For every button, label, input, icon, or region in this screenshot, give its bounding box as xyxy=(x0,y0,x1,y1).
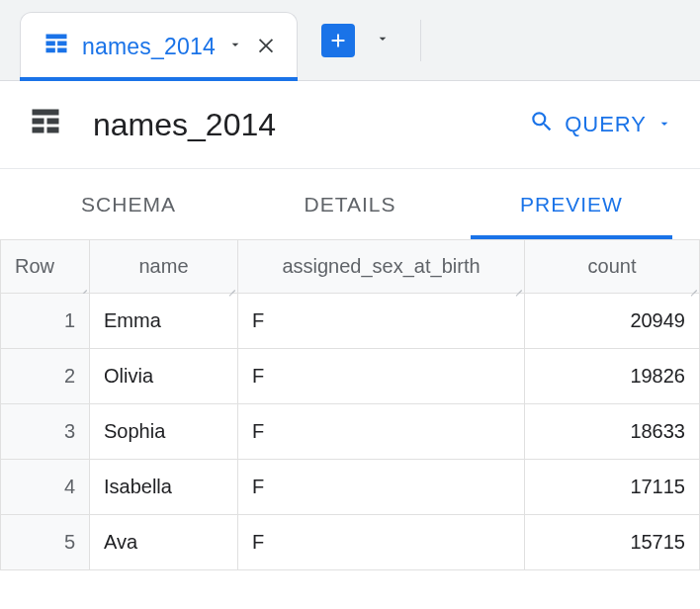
editor-tab-label: names_2014 xyxy=(82,34,216,60)
col-header-name-label: name xyxy=(138,255,188,277)
tab-details[interactable]: DETAILS xyxy=(239,169,461,239)
cell-name: Ava xyxy=(90,515,238,570)
resize-handle[interactable] xyxy=(227,283,235,291)
table-icon xyxy=(28,105,63,144)
cell-assigned-sex: F xyxy=(238,460,525,515)
page-title: names_2014 xyxy=(93,107,499,143)
table-row: 3 Sophia F 18633 xyxy=(1,404,700,460)
tabstrip-actions xyxy=(298,0,421,80)
table-header: names_2014 QUERY xyxy=(0,81,700,168)
table-header-row: Row name assigned_sex_at_birth count xyxy=(1,240,700,294)
table-row: 4 Isabella F 17115 xyxy=(1,460,700,515)
cell-assigned-sex: F xyxy=(238,515,525,570)
cell-name: Emma xyxy=(90,294,238,349)
new-tab-menu-arrow-icon[interactable] xyxy=(375,31,391,50)
cell-assigned-sex: F xyxy=(238,404,525,460)
query-button-label: QUERY xyxy=(565,112,647,137)
tab-active-indicator xyxy=(20,77,298,81)
new-tab-button[interactable] xyxy=(321,24,355,57)
preview-table: Row name assigned_sex_at_birth count 1 E… xyxy=(0,239,700,570)
cell-count: 19826 xyxy=(525,349,700,404)
table-row: 5 Ava F 15715 xyxy=(1,515,700,570)
table-icon xyxy=(43,31,70,62)
col-header-name[interactable]: name xyxy=(90,240,238,294)
cell-count: 17115 xyxy=(525,460,700,515)
col-header-assigned-sex[interactable]: assigned_sex_at_birth xyxy=(238,240,525,294)
search-icon xyxy=(529,109,555,140)
cell-count: 15715 xyxy=(525,515,700,570)
cell-name: Isabella xyxy=(90,460,238,515)
table-row: 2 Olivia F 19826 xyxy=(1,349,700,404)
cell-count: 18633 xyxy=(525,404,700,460)
col-header-count-label: count xyxy=(588,255,637,277)
cell-count: 20949 xyxy=(525,294,700,349)
cell-assigned-sex: F xyxy=(238,349,525,404)
editor-tab-strip: names_2014 xyxy=(0,0,700,81)
cell-assigned-sex: F xyxy=(238,294,525,349)
cell-name: Sophia xyxy=(90,404,238,460)
col-header-row-label: Row xyxy=(15,255,54,277)
resize-handle[interactable] xyxy=(689,283,697,291)
tab-details-label: DETAILS xyxy=(305,193,396,217)
query-button[interactable]: QUERY xyxy=(529,109,672,140)
cell-row: 1 xyxy=(1,294,90,349)
resize-handle[interactable] xyxy=(79,283,87,291)
cell-row: 3 xyxy=(1,404,90,460)
tab-schema[interactable]: SCHEMA xyxy=(18,169,239,239)
col-header-count[interactable]: count xyxy=(525,240,700,294)
cell-row: 2 xyxy=(1,349,90,404)
col-header-assigned-sex-label: assigned_sex_at_birth xyxy=(282,255,480,277)
cell-row: 4 xyxy=(1,460,90,515)
cell-name: Olivia xyxy=(90,349,238,404)
tabstrip-separator xyxy=(420,20,421,61)
editor-tab-names-2014[interactable]: names_2014 xyxy=(20,12,298,80)
table-row: 1 Emma F 20949 xyxy=(1,294,700,349)
close-tab-icon[interactable] xyxy=(255,34,277,59)
resize-handle[interactable] xyxy=(514,283,522,291)
tab-preview[interactable]: PREVIEW xyxy=(461,169,682,239)
cell-row: 5 xyxy=(1,515,90,570)
chevron-down-icon xyxy=(656,112,672,137)
tab-preview-label: PREVIEW xyxy=(520,193,623,217)
tab-schema-label: SCHEMA xyxy=(81,193,176,217)
tab-menu-arrow-icon[interactable] xyxy=(227,37,243,56)
detail-tabs: SCHEMA DETAILS PREVIEW xyxy=(0,168,700,239)
col-header-row[interactable]: Row xyxy=(1,240,90,294)
table-body: 1 Emma F 20949 2 Olivia F 19826 3 Sophia… xyxy=(1,294,700,570)
